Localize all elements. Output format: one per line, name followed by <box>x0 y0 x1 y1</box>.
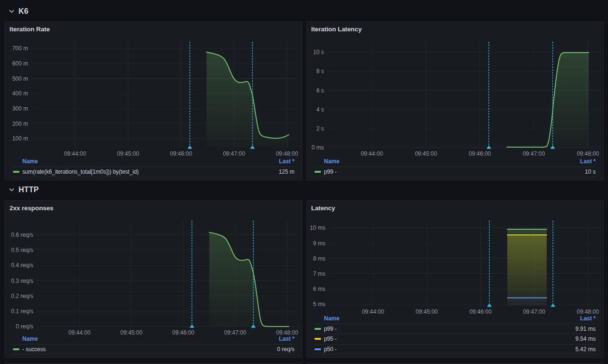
series <box>207 52 289 148</box>
legend-series-value: 5.42 ms <box>575 346 596 353</box>
y-axis-tick-label: 0 req/s <box>16 323 33 330</box>
y-axis-tick-label: 700 m <box>12 45 28 52</box>
y-axis-tick-label: 100 m <box>12 135 28 142</box>
y-axis-tick-label: 0.1 req/s <box>11 308 33 315</box>
legend-header-value[interactable]: Last * <box>580 158 596 165</box>
y-axis-tick-label: 5 ms <box>313 301 325 308</box>
legend-series-swatch <box>13 171 19 173</box>
y-axis-tick-label: 6 ms <box>313 286 325 292</box>
panel-title[interactable]: Latency <box>311 205 335 212</box>
legend-series-swatch <box>314 348 321 350</box>
y-axis-tick-label: 8 ms <box>313 255 325 262</box>
legend-header-name[interactable]: Name <box>314 158 580 165</box>
legend-series-swatch <box>314 328 321 330</box>
y-axis-tick-label: 0 ms <box>312 144 324 151</box>
legend: NameLast *sum(rate(k6_iterations_total[1… <box>13 157 294 177</box>
y-axis-tick-label: 4 s <box>316 106 324 113</box>
legend-header-value[interactable]: Last * <box>279 336 294 342</box>
legend-series-label[interactable]: p99 - <box>324 168 585 175</box>
series-fill <box>507 53 589 148</box>
section-title[interactable]: HTTP <box>19 186 39 194</box>
legend-row: - success0 req/s <box>13 345 294 355</box>
y-axis-tick-label: 7 ms <box>313 271 325 277</box>
section-header-k6[interactable]: K6 <box>9 6 28 17</box>
y-axis-tick-label: 300 m <box>12 105 28 112</box>
legend-series-label[interactable]: p50 - <box>324 346 575 353</box>
y-axis-tick-label: 10 ms <box>310 224 325 231</box>
series-fill <box>209 233 289 327</box>
y-axis-tick-label: 0.5 req/s <box>11 247 33 253</box>
legend-series-value: 10 s <box>585 168 596 175</box>
legend: NameLast *- success0 req/s <box>13 334 294 355</box>
legend-row: p99 -9.91 ms <box>314 324 596 335</box>
legend-series-label[interactable]: p99 - <box>324 326 575 332</box>
legend: NameLast *p99 -9.91 msp95 -9.54 msp50 -5… <box>314 314 596 355</box>
legend-series-swatch <box>13 348 19 350</box>
series <box>507 53 589 148</box>
panel-title[interactable]: Iteration Rate <box>10 26 50 33</box>
y-axis-tick-label: 10 s <box>313 49 324 56</box>
legend-series-label[interactable]: p95 - <box>324 336 575 342</box>
y-axis-tick-label: 400 m <box>12 90 28 97</box>
legend-header-row: NameLast * <box>13 157 294 167</box>
panel-iteration-latency: Iteration Latency 10 s8 s6 s4 s2 s0 ms09… <box>306 21 604 180</box>
panel-title[interactable]: Iteration Latency <box>311 26 361 33</box>
legend-row: p95 -9.54 ms <box>314 334 596 345</box>
section-header-http[interactable]: HTTP <box>9 184 39 196</box>
annotation-marker[interactable] <box>487 304 492 307</box>
y-axis-tick-label: 200 m <box>12 121 28 127</box>
panel-title[interactable]: 2xx responses <box>10 205 54 212</box>
legend-header-row: NameLast * <box>314 157 596 167</box>
legend-series-swatch <box>314 171 321 173</box>
y-axis-tick-label: 0.2 req/s <box>11 293 33 299</box>
legend-row: p50 -5.42 ms <box>314 345 596 355</box>
chevron-down-icon <box>9 9 14 13</box>
y-axis-tick-label: 9 ms <box>313 240 325 247</box>
y-axis-tick-label: 8 s <box>316 68 324 75</box>
y-axis-tick-label: 0.4 req/s <box>11 262 33 269</box>
legend-series-value: 125 m <box>279 168 294 175</box>
series-fill <box>507 235 547 306</box>
chevron-down-icon <box>9 188 14 192</box>
legend-row: sum(rate(k6_iterations_total[1m0s])) by(… <box>13 167 294 177</box>
legend-series-label[interactable]: sum(rate(k6_iterations_total[1m0s])) by(… <box>22 168 279 175</box>
legend-header-name[interactable]: Name <box>13 158 279 165</box>
legend-series-label[interactable]: - success <box>22 346 277 353</box>
legend-header-row: NameLast * <box>314 314 596 324</box>
series <box>209 233 289 327</box>
legend-header-name[interactable]: Name <box>314 315 580 322</box>
panel-latency: Latency 10 ms9 ms8 ms7 ms6 ms5 ms09:44:0… <box>306 200 604 358</box>
annotation-marker[interactable] <box>188 146 192 149</box>
y-axis-tick-label: 2 s <box>316 125 324 132</box>
series-fill <box>507 298 547 306</box>
annotation-marker[interactable] <box>190 325 194 328</box>
section-title[interactable]: K6 <box>19 7 28 16</box>
legend-row: p99 -10 s <box>314 167 596 177</box>
legend-series-value: 9.91 ms <box>575 326 596 332</box>
grafana-dashboard: { "page": { "background": "#111217", "pa… <box>0 0 608 364</box>
axes: 10 ms9 ms8 ms7 ms6 ms5 ms09:44:0009:45:0… <box>310 224 599 315</box>
legend-header-row: NameLast * <box>13 334 294 345</box>
legend-header-value[interactable]: Last * <box>279 158 294 165</box>
y-axis-tick-label: 0.3 req/s <box>11 278 33 284</box>
y-axis-tick-label: 6 s <box>316 87 324 94</box>
annotations <box>486 42 555 149</box>
y-axis-tick-label: 500 m <box>12 75 28 82</box>
annotation-marker[interactable] <box>486 146 491 149</box>
y-axis-tick-label: 600 m <box>12 60 28 67</box>
annotation-marker[interactable] <box>551 304 555 307</box>
series-fill <box>207 52 289 148</box>
legend-series-value: 0 req/s <box>277 346 294 353</box>
panel-2xx-responses: 2xx responses 0.6 req/s0.5 req/s0.4 req/… <box>5 200 303 358</box>
series <box>507 229 547 306</box>
legend-series-value: 9.54 ms <box>575 336 596 342</box>
legend: NameLast *p99 -10 s <box>314 157 596 177</box>
grid <box>37 221 299 327</box>
legend-series-swatch <box>314 338 321 340</box>
panel-iteration-rate: Iteration Rate 700 m600 m500 m400 m300 m… <box>5 21 303 180</box>
y-axis-tick-label: 0.6 req/s <box>11 232 33 238</box>
legend-header-value[interactable]: Last * <box>580 315 596 322</box>
grid <box>329 221 600 306</box>
legend-header-name[interactable]: Name <box>13 336 279 342</box>
